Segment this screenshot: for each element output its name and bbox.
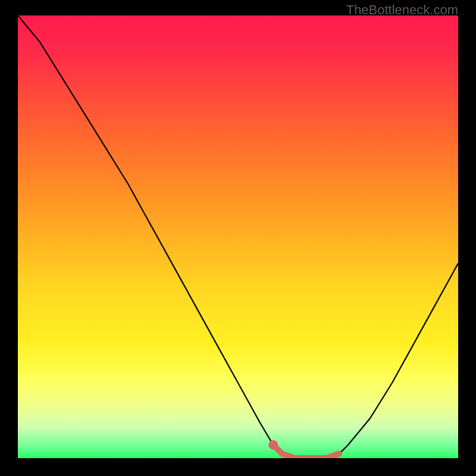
watermark-text: TheBottleneck.com <box>346 2 458 18</box>
curve-group <box>18 15 458 458</box>
bottleneck-curve <box>18 15 458 458</box>
chart-container: TheBottleneck.com <box>0 0 476 476</box>
highlight-dot <box>268 440 278 450</box>
highlight-segment <box>273 445 339 458</box>
plot-area <box>18 15 458 458</box>
chart-svg <box>18 15 458 458</box>
